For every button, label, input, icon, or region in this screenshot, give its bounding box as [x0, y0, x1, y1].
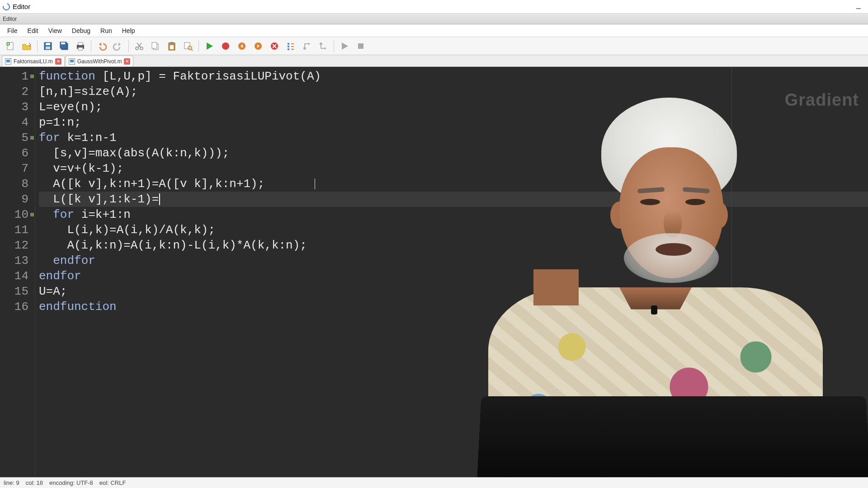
open-file-button[interactable]	[19, 38, 34, 54]
code-line[interactable]: U=A;	[39, 284, 868, 299]
stop-debug-button[interactable]	[267, 38, 282, 54]
step-back-button[interactable]	[234, 38, 250, 54]
step-into-button[interactable]	[283, 38, 298, 54]
svg-rect-11	[78, 47, 83, 50]
close-icon[interactable]: ✕	[55, 58, 61, 65]
svg-rect-10	[78, 42, 83, 45]
line-number: 3	[0, 99, 35, 115]
line-number: 10	[0, 207, 35, 222]
code-line[interactable]: for k=1:n-1	[39, 130, 868, 145]
titlebar: Editor	[0, 0, 868, 14]
watermark: Gradient	[785, 90, 859, 110]
redo-button[interactable]	[110, 38, 126, 54]
line-number: 7	[0, 161, 35, 176]
status-col: col: 18	[26, 479, 43, 486]
code-line[interactable]: L([k v],1:k-1)=	[39, 192, 868, 207]
step-over-button[interactable]	[299, 38, 315, 54]
secondary-caret	[315, 178, 315, 189]
statusbar: line: 9 col: 18 encoding: UTF-8 eol: CRL…	[0, 477, 868, 488]
svg-rect-5	[46, 47, 50, 49]
code-line[interactable]: [s,v]=max(abs(A(k:n,k)));	[39, 145, 868, 161]
step-forward-button[interactable]	[250, 38, 266, 54]
code-line[interactable]: endfunction	[39, 299, 868, 314]
svg-rect-8	[61, 42, 65, 44]
menu-debug[interactable]: Debug	[67, 25, 95, 36]
svg-point-22	[222, 42, 229, 50]
code-line[interactable]: L(i,k)=A(i,k)/A(k,k);	[39, 222, 868, 238]
code-line[interactable]: v=v+(k-1);	[39, 161, 868, 176]
svg-rect-18	[170, 45, 174, 49]
fold-marker[interactable]	[30, 136, 34, 140]
svg-rect-27	[288, 46, 289, 47]
close-icon[interactable]: ✕	[124, 58, 130, 65]
save-button[interactable]	[40, 38, 56, 54]
svg-line-21	[191, 49, 193, 51]
line-number: 13	[0, 253, 35, 268]
line-number: 6	[0, 145, 35, 161]
line-number: 8	[0, 176, 35, 192]
text-cursor	[159, 193, 160, 205]
toolbar	[0, 37, 868, 55]
paste-button[interactable]	[164, 38, 179, 54]
menu-help[interactable]: Help	[118, 25, 140, 36]
right-margin-guide	[731, 67, 732, 477]
menu-edit[interactable]: Edit	[23, 25, 43, 36]
svg-rect-15	[152, 42, 157, 48]
menu-view[interactable]: View	[44, 25, 66, 36]
fold-marker[interactable]	[30, 213, 34, 216]
line-number: 15	[0, 284, 35, 299]
line-number: 1	[0, 69, 35, 84]
svg-rect-19	[184, 42, 190, 49]
tab-label: GaussWithPivot.m	[77, 58, 122, 65]
code-line[interactable]: A([k v],k:n+1)=A([v k],k:n+1);	[39, 176, 868, 192]
code-line[interactable]: endfor	[39, 253, 868, 268]
minimize-button[interactable]	[855, 4, 862, 10]
subheader: Editor	[0, 14, 868, 24]
copy-button[interactable]	[148, 38, 163, 54]
tab-faktorisasilu[interactable]: FaktorisasiLU.m ✕	[2, 56, 65, 66]
breakpoint-button[interactable]	[218, 38, 233, 54]
menu-file[interactable]: File	[3, 25, 22, 36]
status-line: line: 9	[4, 479, 19, 486]
line-number: 9	[0, 192, 35, 207]
fold-marker[interactable]	[30, 75, 34, 78]
print-button[interactable]	[73, 38, 88, 54]
line-number: 4	[0, 115, 35, 130]
tab-label: FaktorisasiLU.m	[14, 58, 53, 65]
new-file-button[interactable]	[3, 38, 18, 54]
line-number: 14	[0, 268, 35, 284]
save-all-button[interactable]	[57, 38, 72, 54]
step-out-button[interactable]	[316, 38, 331, 54]
window-title: Editor	[13, 3, 30, 10]
stop-button[interactable]	[353, 38, 368, 54]
code-line[interactable]: for i=k+1:n	[39, 207, 868, 222]
svg-rect-28	[288, 48, 289, 50]
line-number: 11	[0, 222, 35, 238]
find-replace-button[interactable]	[180, 38, 196, 54]
file-icon	[5, 58, 11, 65]
code-line[interactable]: function [L,U,p] = FaktorisasiLUPivot(A)	[39, 69, 868, 84]
code-line[interactable]: L=eye(n);	[39, 99, 868, 115]
editor-tabs: FaktorisasiLU.m ✕ GaussWithPivot.m ✕	[0, 55, 868, 67]
code-line[interactable]: p=1:n;	[39, 115, 868, 130]
code-line[interactable]: A(i,k:n)=A(i,k:n)-L(i,k)*A(k,k:n);	[39, 238, 868, 253]
svg-point-30	[320, 42, 322, 45]
code-line[interactable]: endfor	[39, 268, 868, 284]
line-number: 12	[0, 238, 35, 253]
menubar: File Edit View Debug Run Help	[0, 24, 868, 37]
file-icon	[69, 58, 75, 65]
continue-button[interactable]	[337, 38, 352, 54]
menu-run[interactable]: Run	[96, 25, 117, 36]
status-eol: eol: CRLF	[99, 479, 126, 486]
run-button[interactable]	[202, 38, 217, 54]
undo-button[interactable]	[94, 38, 109, 54]
tab-gausswithpivot[interactable]: GaussWithPivot.m ✕	[66, 56, 134, 66]
svg-rect-4	[46, 43, 50, 45]
code-viewport[interactable]: function [L,U,p] = FaktorisasiLUPivot(A)…	[35, 67, 868, 477]
svg-rect-31	[358, 43, 363, 49]
line-number: 16	[0, 299, 35, 314]
cut-button[interactable]	[132, 38, 147, 54]
line-gutter: 12345678910111213141516	[0, 67, 35, 477]
editor-area[interactable]: 12345678910111213141516 function [L,U,p]…	[0, 67, 868, 477]
code-line[interactable]: [n,n]=size(A);	[39, 84, 868, 99]
